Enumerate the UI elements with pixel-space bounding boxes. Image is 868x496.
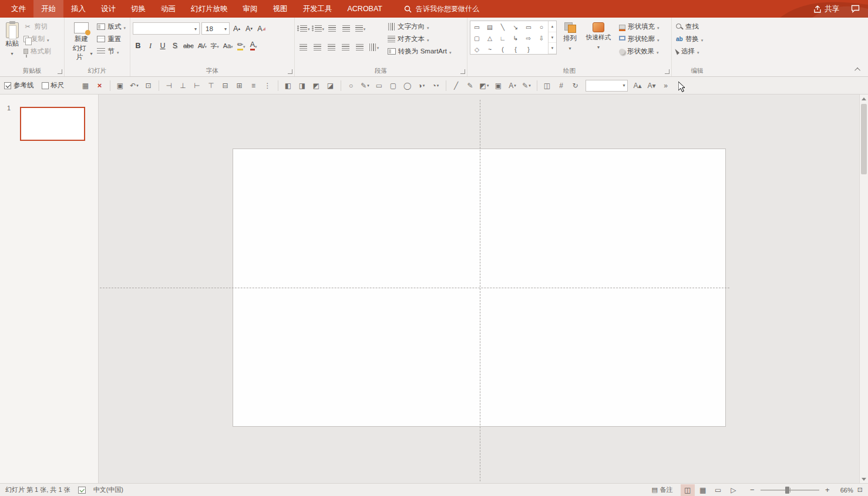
justify-button[interactable] — [339, 41, 352, 53]
rectangle-tool-icon[interactable]: ▭ — [373, 79, 386, 92]
more-tools-icon[interactable]: » — [660, 79, 672, 92]
section-button[interactable]: 节 — [95, 45, 127, 58]
copy-button[interactable]: 复制 — [22, 33, 53, 45]
select-button[interactable]: 选择 — [674, 45, 720, 58]
shape-cell[interactable]: ⇨ — [522, 32, 535, 43]
shape-cell[interactable]: △ — [483, 32, 496, 43]
shape-cell[interactable]: ▭ — [470, 21, 483, 32]
font-name-combo[interactable] — [133, 22, 200, 35]
shape-cell[interactable]: ~ — [483, 43, 496, 55]
normal-view-icon[interactable]: ◫ — [681, 484, 695, 496]
zoom-in-button[interactable]: + — [823, 485, 832, 494]
shape-cell[interactable]: } — [522, 43, 535, 55]
reading-view-icon[interactable]: ▭ — [711, 484, 725, 496]
shape-cell[interactable]: ↘ — [509, 21, 522, 32]
highlight-color-button[interactable]: ✏ — [236, 40, 247, 52]
bold-button[interactable]: B — [133, 40, 143, 52]
slide-sorter-icon[interactable]: ▦ — [696, 484, 710, 496]
shape-fill-button[interactable]: 形状填充 — [617, 21, 661, 33]
shape-cell[interactable]: ○ — [535, 21, 548, 32]
tab-acrobat[interactable]: ACROBAT — [340, 0, 391, 18]
dialog-launcher-icon[interactable] — [665, 69, 669, 74]
oval-tool-icon[interactable]: ○ — [345, 79, 358, 92]
font-color-button[interactable]: A — [248, 40, 259, 52]
zoom-slider[interactable] — [761, 490, 819, 491]
zoom-level[interactable]: 66% — [836, 487, 853, 494]
numbering-button[interactable] — [312, 22, 325, 34]
replace-button[interactable]: ab替换 — [674, 33, 720, 45]
ellipse-tool-icon[interactable]: ◯ — [401, 79, 414, 92]
align-right-objects-icon[interactable]: ⊢ — [191, 79, 204, 92]
freeform-tool-icon[interactable]: ✎ — [359, 79, 372, 92]
send-backward-icon[interactable]: ◪ — [324, 79, 337, 92]
gallery-up-icon[interactable]: ▲ — [549, 21, 556, 32]
rotate-icon[interactable]: ↻ — [569, 79, 582, 92]
tab-home[interactable]: 开始 — [33, 0, 63, 18]
bring-forward-icon[interactable]: ◩ — [310, 79, 323, 92]
shape-shadow-icon[interactable]: ◑ — [415, 79, 428, 92]
ruler-toggle[interactable]: 标尺 — [42, 81, 65, 90]
tab-review[interactable]: 审阅 — [235, 0, 265, 18]
send-to-back-icon[interactable]: ◨ — [296, 79, 309, 92]
tell-me-search[interactable] — [404, 5, 516, 13]
vertical-guide[interactable] — [480, 100, 480, 481]
arrange-button[interactable]: 排列 — [560, 21, 580, 58]
dialog-launcher-icon[interactable] — [288, 69, 292, 74]
text-direction-button[interactable]: 文字方向 — [386, 21, 453, 33]
convert-smartart-button[interactable]: 转换为 SmartArt — [386, 45, 453, 58]
align-middle-objects-icon[interactable]: ⊟ — [219, 79, 232, 92]
gallery-down-icon[interactable]: ▼ — [549, 32, 556, 43]
distribute-vertical-icon[interactable]: ⋮ — [261, 79, 274, 92]
shape-effects-button[interactable]: 形状效果 — [617, 45, 661, 58]
bring-to-front-icon[interactable]: ◧ — [282, 79, 295, 92]
shape-cell[interactable]: ∟ — [496, 32, 509, 43]
bullets-button[interactable] — [297, 22, 310, 34]
change-case-button[interactable]: Aa — [222, 40, 234, 52]
columns-button[interactable] — [368, 41, 380, 53]
save-icon[interactable]: ▣ — [114, 79, 127, 92]
horizontal-guide[interactable] — [100, 288, 729, 288]
vertical-scrollbar[interactable] — [859, 95, 868, 483]
textbox-icon[interactable]: ▣ — [492, 79, 505, 92]
character-spacing-button[interactable]: AV — [197, 40, 207, 52]
share-button[interactable]: 共享 — [813, 4, 839, 14]
table-grid-icon[interactable]: ▦ — [79, 79, 92, 92]
phonetic-guide-button[interactable]: 字 — [209, 40, 220, 52]
shape-cell[interactable]: ╲ — [496, 21, 509, 32]
shape-cell[interactable]: ( — [496, 43, 509, 55]
align-left-objects-icon[interactable]: ⊣ — [163, 79, 176, 92]
shape-cell[interactable]: { — [509, 43, 522, 55]
comments-icon[interactable] — [851, 5, 860, 13]
distribute-horizontal-icon[interactable]: ≡ — [247, 79, 260, 92]
paste-button[interactable]: 粘贴 — [2, 21, 22, 59]
start-slideshow-icon[interactable]: ⊡ — [142, 79, 155, 92]
tab-slideshow[interactable]: 幻灯片放映 — [183, 0, 235, 18]
line-spacing-button[interactable] — [354, 22, 366, 34]
align-center-objects-icon[interactable]: ⊞ — [233, 79, 246, 92]
ruler-checkbox[interactable] — [42, 82, 49, 89]
strikethrough-button[interactable]: abc — [182, 40, 195, 52]
zoom-out-button[interactable]: − — [748, 485, 756, 494]
guides-toggle[interactable]: 参考线 — [4, 81, 34, 90]
clear-formatting-button[interactable]: A◢ — [256, 23, 267, 35]
cut-button[interactable]: ✂剪切 — [22, 21, 53, 33]
layout-button[interactable]: 版式 — [95, 21, 127, 33]
reset-button[interactable]: 重置 — [95, 33, 127, 45]
zoom-slider-thumb[interactable] — [785, 487, 789, 494]
tab-file[interactable]: 文件 — [4, 0, 33, 18]
decrease-indent-button[interactable] — [326, 22, 338, 34]
align-top-objects-icon[interactable]: ⊤ — [205, 79, 218, 92]
font-size-combo[interactable]: 18 — [201, 22, 230, 35]
scrollbar-thumb[interactable] — [861, 104, 867, 174]
search-input[interactable] — [416, 5, 516, 13]
slide-thumbnail[interactable] — [20, 107, 85, 141]
new-slide-button[interactable]: 新建 幻灯片 — [67, 21, 95, 63]
outline-color-icon[interactable]: ✎ — [520, 79, 533, 92]
align-left-button[interactable] — [297, 41, 309, 53]
notes-button[interactable]: ▤ 备注 — [651, 485, 672, 494]
rounded-rectangle-tool-icon[interactable]: ▢ — [387, 79, 400, 92]
close-icon[interactable]: × — [93, 79, 106, 92]
font-color-icon[interactable]: A — [506, 79, 519, 92]
dialog-launcher-icon[interactable] — [460, 69, 465, 74]
guides-checkbox[interactable] — [4, 82, 11, 89]
